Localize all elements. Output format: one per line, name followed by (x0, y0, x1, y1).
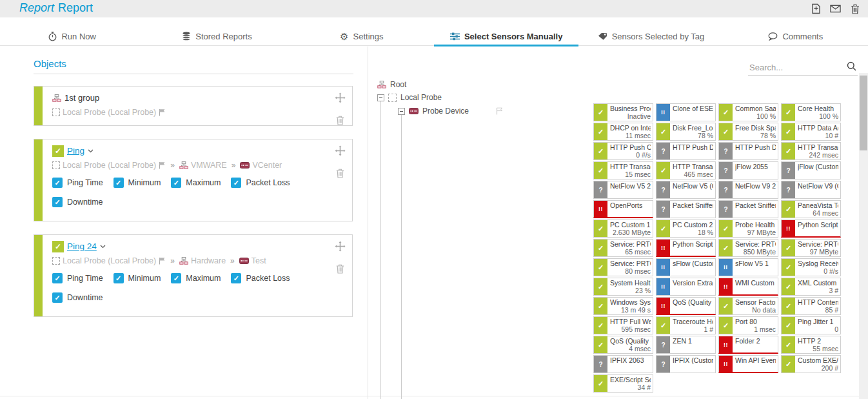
checkbox-checked[interactable] (171, 178, 181, 188)
sensor-tile[interactable]: HTTP Push Da... (656, 142, 716, 160)
sensor-tile-value (673, 248, 713, 256)
sensor-tile[interactable]: Version Extract... (656, 278, 716, 296)
sensor-status-icon (656, 336, 670, 353)
sensor-tile[interactable]: jFlow (Custom... (781, 161, 841, 179)
tab-comments[interactable]: Comments (724, 27, 868, 45)
chevron-down-icon[interactable] (100, 245, 106, 249)
sensor-tile[interactable]: Custom EXE/S... 200 # (781, 355, 841, 373)
sensor-tile[interactable]: IPFIX (Custom... (656, 355, 716, 373)
trash-icon[interactable] (336, 116, 344, 128)
sensor-tile[interactable]: Clone of ESET ... (656, 103, 716, 121)
sensor-tile[interactable]: HTTP Transact... 15 msec (593, 161, 653, 179)
tab-select-sensors-manually[interactable]: Select Sensors Manually (434, 27, 578, 45)
sensor-tile[interactable]: Windows Syst... 13 m 49 s (593, 297, 653, 315)
checkbox-checked[interactable] (113, 273, 124, 283)
search-icon[interactable] (847, 61, 856, 74)
sensor-tile[interactable]: DHCP on Intel(... 11 msec (593, 123, 653, 141)
move-handle-icon[interactable] (335, 145, 346, 159)
collapse-expander-icon[interactable] (398, 108, 405, 115)
sensor-tile[interactable]: Business Proc... Inactive (593, 103, 653, 121)
sensor-tile[interactable]: Sensor Factory... No data (718, 297, 778, 315)
sensor-tile[interactable]: HTTP Push Co... 0 #/s (593, 142, 653, 160)
sensor-tile[interactable]: HTTP Transact... 242 msec (781, 142, 841, 160)
sensor-tile[interactable]: Python Script ... (781, 220, 841, 238)
sensor-tile-value: 0 (798, 325, 838, 333)
tab-sensors-selected-by-tag[interactable]: Sensors Selected by Tag (578, 27, 723, 45)
sensor-tile[interactable]: NetFlow V9 20... (718, 181, 778, 199)
checkbox-checked[interactable] (52, 292, 63, 303)
sensor-tile[interactable]: Python Script ... (656, 239, 716, 257)
sensor-tile[interactable]: System Health 23 % (593, 278, 653, 296)
checkbox-checked[interactable] (52, 273, 63, 283)
checkbox-checked[interactable] (52, 178, 63, 188)
sensor-tile[interactable]: sFlow V5 1 (718, 258, 778, 276)
sensor-tile[interactable]: NetFlow V9 (C... (781, 181, 841, 199)
checkbox-checked[interactable] (52, 197, 63, 207)
sensor-tile[interactable]: ZEN 1 (656, 336, 716, 354)
sensor-tile[interactable]: HTTP Full Web... 595 msec (593, 316, 653, 334)
sensor-tile[interactable]: HTTP Push Da... (718, 142, 778, 160)
tree-item-local-probe[interactable]: Local Probe (377, 92, 442, 103)
checkbox-checked[interactable] (231, 178, 241, 188)
delete-icon[interactable] (849, 3, 860, 14)
search-input[interactable] (749, 61, 840, 74)
sensor-tile[interactable]: HTTP Transact... 465 msec (656, 161, 716, 179)
sensor-tile[interactable]: QoS (Quality of... (656, 297, 716, 315)
tree-item-root[interactable]: Root (377, 79, 406, 90)
move-handle-icon[interactable] (335, 241, 346, 254)
sensor-tile[interactable]: Free Disk Spac... 78 % (718, 123, 778, 141)
sensor-tile[interactable]: Service: PRTG ... 97 MByte (781, 239, 841, 257)
sensor-tile[interactable]: OpenPorts (593, 200, 653, 218)
checkbox-checked[interactable] (113, 178, 124, 188)
sensor-tile[interactable]: PC Custom 2 18 % (656, 220, 716, 238)
sensor-tile[interactable]: PC Custom 1 2.630 MByte (593, 220, 653, 238)
sensor-tile[interactable]: Core Health 100 % (781, 103, 841, 121)
sensor-tile[interactable]: WMI Custom S... (718, 278, 778, 296)
checkbox-checked[interactable] (231, 273, 241, 283)
add-report-icon[interactable] (811, 3, 822, 14)
tab-run-now[interactable]: Run Now (0, 27, 144, 45)
tab-stored-reports[interactable]: Stored Reports (144, 27, 289, 45)
sensor-tile[interactable]: HTTP Content 1 85 # (781, 297, 841, 315)
sensor-tile-name: Service: PRTG ... (610, 240, 651, 248)
sensor-tile[interactable]: Probe Health 97 MByte (718, 220, 778, 238)
chevron-down-icon[interactable] (88, 149, 94, 153)
sensor-tile[interactable]: QoS (Quality of... 4 msec (593, 336, 653, 354)
sensor-link-ping24[interactable]: Ping 24 (67, 241, 97, 251)
probe-icon (52, 257, 60, 265)
sensor-tile-value (735, 345, 776, 353)
sensor-link-ping[interactable]: Ping (67, 146, 84, 156)
scrollbar-thumb[interactable] (860, 76, 867, 150)
sensor-tile[interactable]: Ping Jitter 1 0 (781, 316, 841, 334)
sensor-tile[interactable]: Folder 2 (718, 336, 778, 354)
tree-item-probe-device[interactable]: Probe Device (398, 106, 503, 116)
sensor-tile[interactable]: NetFlow V5 (C... (656, 181, 716, 199)
sensor-tile[interactable]: Port 80 1 msec (718, 316, 778, 334)
sensor-tile[interactable]: HTTP Data Ad... 10 # (781, 123, 841, 141)
sensor-tile[interactable]: Common SaaS... 100 % (718, 103, 778, 121)
sensor-tile[interactable]: Service: PRTG ... 80 msec (593, 258, 653, 276)
sensor-tile[interactable]: sFlow (Custom... (656, 258, 716, 276)
tab-settings[interactable]: ⚙ Settings (290, 27, 434, 45)
sensor-tile[interactable]: HTTP 2 55 msec (781, 336, 841, 354)
sensor-tile[interactable]: Packet Sniffer 2 (718, 200, 778, 218)
sensor-tile[interactable]: EXE/Script Sen... 34 # (593, 374, 653, 393)
trash-icon[interactable] (336, 169, 344, 181)
trash-icon[interactable] (336, 264, 344, 276)
sensor-tile[interactable]: Packet Sniffer 1 (656, 200, 716, 218)
sensor-tile[interactable]: PaneaVista Te... 64 msec (781, 200, 841, 218)
sensor-tile[interactable]: Win API Eventl... (718, 355, 778, 373)
sensor-tile[interactable]: XML Custom E... 3 # (781, 278, 841, 296)
sensor-tile[interactable]: IPFIX 2063 (593, 355, 653, 373)
sensor-tile[interactable]: Service: PRTG ... 850 MByte (718, 239, 778, 257)
sensor-tile[interactable]: Service: PRTG ... 65 msec (593, 239, 653, 257)
collapse-expander-icon[interactable] (377, 94, 384, 101)
sensor-tile[interactable]: NetFlow V5 20... (593, 181, 653, 199)
move-handle-icon[interactable] (335, 92, 346, 106)
sensor-tile[interactable]: Disk Free_Local 78 % (656, 123, 716, 141)
checkbox-checked[interactable] (171, 273, 181, 283)
email-icon[interactable] (830, 3, 841, 14)
sensor-tile[interactable]: Syslog Receive... 0 #/s (781, 258, 841, 276)
sensor-tile[interactable]: Traceroute Ho... 1 # (656, 316, 716, 334)
sensor-tile[interactable]: jFlow 2055 (718, 161, 778, 179)
